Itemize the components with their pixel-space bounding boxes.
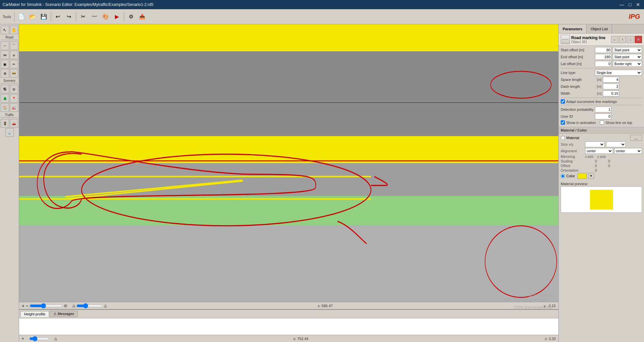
material-radio-label: Material — [566, 136, 579, 140]
end-offset-label: End offset [m] — [561, 55, 594, 59]
toolbar-sep-1 — [14, 12, 14, 21]
user-id-input[interactable] — [595, 113, 611, 119]
play-button[interactable]: ▶ — [112, 12, 122, 22]
road-view-canvas[interactable] — [19, 24, 558, 302]
undo-button[interactable]: ↩ — [53, 12, 63, 22]
window-close-button[interactable]: ✕ — [635, 2, 641, 7]
dash-length-input[interactable] — [603, 84, 619, 89]
open-button[interactable]: 📂 — [27, 12, 38, 22]
road-curve-button[interactable]: ⌒ — [10, 41, 18, 50]
line-type-select[interactable]: Single line Double line Dashed line — [595, 70, 642, 76]
road-edit-button[interactable]: ✏ — [10, 60, 18, 68]
end-offset-input[interactable] — [595, 54, 611, 60]
scenery-building-button[interactable]: 🏗 — [1, 85, 9, 93]
space-length-input[interactable] — [603, 77, 619, 83]
road-split-button[interactable]: ⌀ — [10, 51, 18, 59]
start-offset-input[interactable] — [595, 47, 611, 53]
zoom-slider[interactable] — [30, 304, 63, 307]
settings-button[interactable]: ⚙ — [126, 12, 136, 22]
new-button[interactable]: 📄 — [16, 12, 27, 22]
alignment-y-select[interactable]: centerleftright — [614, 148, 642, 154]
lat-offset-row: Lat offset [m] Border right Border left … — [561, 61, 642, 67]
scenery-home-button[interactable]: 🏠 — [1, 103, 9, 112]
orientation-label: Orientation — [561, 168, 584, 172]
traffic-sign-button[interactable]: 🚗 — [10, 119, 18, 128]
orientation-value: 0 — [585, 168, 597, 172]
lat-offset-input[interactable] — [595, 61, 611, 67]
obj-up-button[interactable]: ↑ — [619, 36, 626, 43]
right-panel: Parameters Object List ─── Road marking … — [558, 24, 644, 342]
space-length-label: Space length — [561, 78, 594, 82]
zoom-reset-button[interactable]: ⊙ — [64, 304, 67, 308]
dash-length-row: Dash length [m] — [561, 84, 642, 89]
road-mark-button[interactable]: ⊞ — [1, 69, 9, 78]
show-top-checkbox[interactable] — [600, 120, 604, 125]
zoom-out-button[interactable]: − — [26, 303, 28, 308]
alignment-x-select[interactable]: centerleftright — [585, 148, 613, 154]
bottom-panel-content — [19, 318, 558, 335]
size-y-select[interactable] — [606, 141, 626, 147]
scaling-label: Scaling — [561, 159, 584, 163]
redo-button[interactable]: ↪ — [64, 12, 74, 22]
color-radio-label: Color — [566, 174, 575, 178]
road-straight-button[interactable]: ─ — [1, 41, 9, 50]
save-button[interactable]: 💾 — [39, 12, 49, 22]
pointer-button[interactable]: ↖ — [1, 26, 9, 34]
material-radio[interactable] — [561, 136, 565, 140]
bottom-zoom-in-button[interactable]: + — [22, 336, 24, 341]
start-offset-select[interactable]: Start point End point Absolute — [613, 47, 642, 53]
traffic-light-button[interactable]: 🚦 — [1, 119, 9, 128]
obj-down-button[interactable]: ↓ — [627, 36, 634, 43]
lat-offset-select[interactable]: Border right Border left Center — [613, 61, 642, 67]
material-browse-button[interactable]: ... — [630, 135, 642, 141]
color-dropdown-button[interactable]: ▼ — [588, 173, 594, 179]
width-input[interactable] — [603, 90, 619, 96]
color-radio[interactable] — [561, 174, 565, 178]
road-tools-row4: ⊞ 🚧 — [1, 69, 18, 78]
scenery-fence-button[interactable]: ⊟ — [10, 85, 18, 93]
obj-close-button[interactable]: ✕ — [635, 36, 642, 43]
traffic-sensor-button[interactable]: 📡 — [5, 128, 14, 137]
show-anim-checkbox[interactable] — [561, 120, 565, 125]
road-gray-upper — [19, 51, 558, 102]
object-icon: ─── — [561, 35, 570, 44]
height-slider[interactable] — [76, 304, 103, 307]
paint-button[interactable]: 🎨 — [100, 12, 111, 22]
tab-object-list[interactable]: Object List — [587, 24, 612, 33]
maximize-button[interactable]: □ — [628, 2, 633, 7]
tab-height-profile[interactable]: Height profile — [20, 311, 49, 317]
scenery-tools-row2: 🌲 📍 — [1, 94, 18, 103]
road-join-button[interactable]: ⋈ — [1, 51, 9, 59]
scenery-tree-button[interactable]: 🌲 — [1, 94, 9, 103]
size-x-select[interactable] — [585, 141, 605, 147]
road-barrier-button[interactable]: 🚧 — [10, 69, 18, 78]
height-icon2: △ — [104, 304, 107, 308]
road-green-area — [19, 196, 558, 226]
divider-2 — [561, 98, 642, 98]
minimize-button[interactable]: — — [618, 2, 626, 7]
zoom-in-button[interactable]: + — [22, 303, 24, 308]
tab-messages[interactable]: ⚠ Messages — [50, 311, 78, 317]
mirror-x-label: x axis — [585, 155, 594, 159]
tab-parameters[interactable]: Parameters — [559, 24, 587, 33]
adapt-checkbox[interactable] — [561, 99, 565, 104]
mirroring-row: Mirroring x axis y axis — [561, 155, 642, 159]
road-select-button[interactable]: ▣ — [1, 60, 9, 68]
width-unit: [m] — [595, 92, 602, 95]
coord-y: y: -3.15 — [544, 304, 556, 308]
bottom-slider[interactable] — [29, 337, 49, 340]
coord-s: s: 752.44 — [293, 337, 308, 341]
lat-offset-label: Lat offset [m] — [561, 62, 594, 66]
scenery-other-button[interactable]: 🏭 — [10, 103, 18, 112]
curve-button[interactable]: 〰 — [89, 12, 100, 22]
detection-prob-input[interactable] — [595, 107, 611, 112]
coord-z: z: 3.33 — [545, 337, 556, 341]
export-button[interactable]: 📤 — [137, 12, 148, 22]
obj-prev-button[interactable]: ← — [611, 36, 618, 43]
end-offset-select[interactable]: Start point End point Absolute — [613, 54, 642, 60]
color-picker-button[interactable] — [577, 173, 587, 179]
pan-button[interactable]: 🖐 — [10, 26, 18, 34]
road-tools-row2: ⋈ ⌀ — [1, 51, 18, 59]
select-button[interactable]: ✂ — [78, 12, 89, 22]
scenery-place-button[interactable]: 📍 — [10, 94, 18, 103]
